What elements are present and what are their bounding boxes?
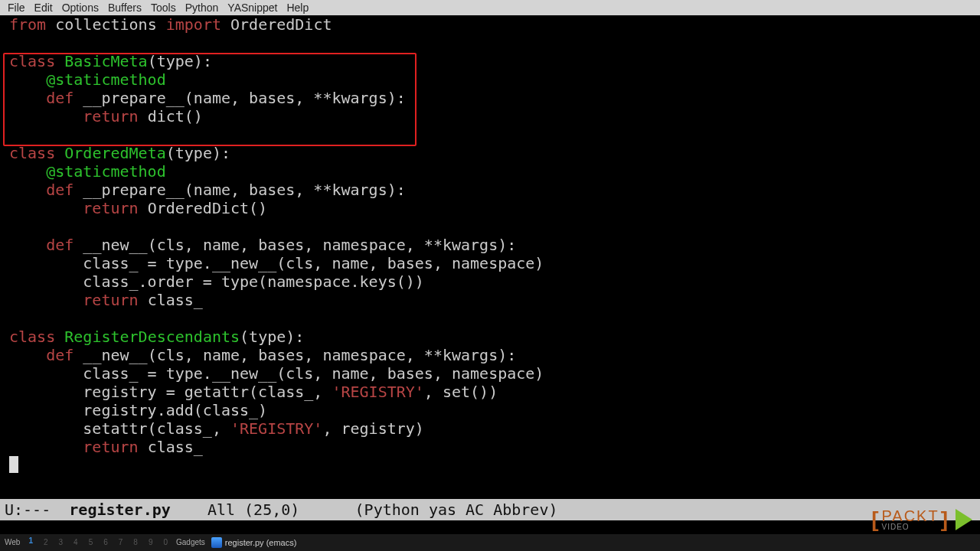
- editor-area[interactable]: from collections import OrderedDict clas…: [0, 15, 980, 456]
- code-line: class RegisterDescendants(type):: [9, 328, 980, 346]
- workspace-2[interactable]: 2: [41, 533, 51, 551]
- code-line: return OrderedDict(): [9, 199, 980, 217]
- modeline: U:--- register.py All (25,0) (Python yas…: [0, 499, 980, 520]
- task-label: register.py (emacs): [225, 533, 297, 551]
- code-line: def __prepare__(name, bases, **kwargs):: [9, 89, 980, 107]
- cursor: [9, 456, 18, 473]
- workspace-4[interactable]: 4: [71, 533, 80, 551]
- workspace-5[interactable]: 5: [87, 533, 96, 551]
- code-line: def __new__(cls, name, bases, namespace,…: [9, 236, 980, 254]
- logo-text: PACKT: [881, 508, 939, 523]
- menu-file[interactable]: File: [3, 0, 30, 17]
- code-line: class BasicMeta(type):: [9, 52, 980, 70]
- code-line: from collections import OrderedDict: [9, 15, 980, 34]
- code-line: [9, 309, 980, 328]
- taskbar-task[interactable]: register.py (emacs): [211, 533, 297, 551]
- code-line: return dict(): [9, 107, 980, 126]
- modeline-status: U:---: [5, 500, 69, 519]
- modeline-buffer: register.py: [69, 500, 170, 519]
- workspace-8[interactable]: 8: [131, 533, 140, 551]
- taskbar-label-gadgets: Gadgets: [176, 533, 205, 551]
- workspace-7[interactable]: 7: [116, 533, 126, 551]
- code-line: return class_: [9, 438, 980, 456]
- code-line: @staticmethod: [9, 70, 980, 89]
- workspace-9[interactable]: 9: [146, 533, 155, 551]
- taskbar-label-web: Web: [5, 533, 20, 551]
- code-line: [9, 217, 980, 236]
- code-line: [9, 126, 980, 144]
- menu-edit[interactable]: Edit: [30, 0, 57, 17]
- menu-options[interactable]: Options: [57, 0, 103, 17]
- code-line: registry.add(class_): [9, 401, 980, 419]
- menu-yasnippet[interactable]: YASnippet: [223, 0, 282, 17]
- code-line: [9, 34, 980, 52]
- code-line: @staticmethod: [9, 162, 980, 181]
- menu-help[interactable]: Help: [282, 0, 313, 17]
- workspace-0[interactable]: 0: [161, 533, 170, 551]
- code-line: setattr(class_, 'REGISTRY', registry): [9, 419, 980, 438]
- code-line: return class_: [9, 291, 980, 309]
- workspace-3[interactable]: 3: [57, 533, 66, 551]
- menu-tools[interactable]: Tools: [146, 0, 181, 17]
- workspace-6[interactable]: 6: [101, 533, 110, 551]
- logo-subtext: VIDEO: [881, 523, 909, 531]
- code-line: class_ = type.__new__(cls, name, bases, …: [9, 254, 980, 272]
- menu-buffers[interactable]: Buffers: [103, 0, 146, 17]
- code-line: class_ = type.__new__(cls, name, bases, …: [9, 364, 980, 383]
- code-line: class OrderedMeta(type):: [9, 144, 980, 162]
- code-line: def __prepare__(name, bases, **kwargs):: [9, 181, 980, 199]
- menubar: File Edit Options Buffers Tools Python Y…: [0, 0, 980, 15]
- code-line: def __new__(cls, name, bases, namespace,…: [9, 346, 980, 364]
- packt-logo: [ PACKT VIDEO ]: [871, 508, 972, 531]
- workspace-1[interactable]: 1: [26, 532, 35, 552]
- code-line: registry = getattr(class_, 'REGISTRY', s…: [9, 383, 980, 401]
- play-icon: [956, 509, 972, 530]
- menu-python[interactable]: Python: [181, 0, 224, 17]
- modeline-info: All (25,0) (Python yas AC Abbrev): [171, 500, 558, 519]
- code-line: class_.order = type(namespace.keys()): [9, 272, 980, 291]
- taskbar: Web 1 2 3 4 5 6 7 8 9 0 Gadgets register…: [0, 534, 980, 551]
- app-icon: [211, 537, 222, 548]
